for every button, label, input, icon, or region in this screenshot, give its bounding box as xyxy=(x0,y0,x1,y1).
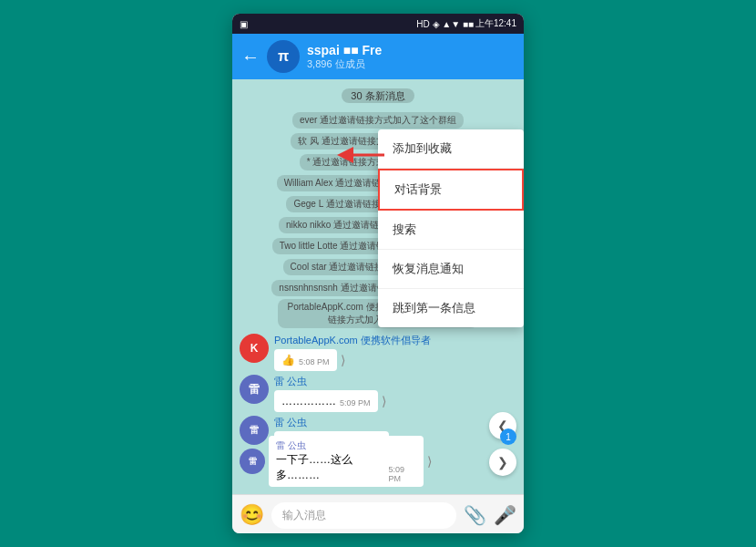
status-time: 上午12:41 xyxy=(475,17,516,30)
status-bar: ▣ HD ◈ ▲▼ ■■ 上午12:41 xyxy=(232,14,524,34)
last-forward-icon[interactable]: ⟩ xyxy=(427,454,432,469)
avatar-1: K xyxy=(240,334,269,363)
emoji-button[interactable]: 😊 xyxy=(240,503,264,527)
status-bar-left: ▣ xyxy=(240,19,248,29)
msg-bubble-2: …………… 5:09 PM xyxy=(274,390,378,412)
msg-sender-3: 雷 公虫 xyxy=(274,416,397,429)
msg-time-1: 5:08 PM xyxy=(299,357,330,366)
scroll-down-button[interactable]: ❯ xyxy=(489,449,516,476)
avatar-2: 雷 xyxy=(240,375,269,404)
msg-text-2: …………… xyxy=(281,395,336,408)
menu-restore-notify[interactable]: 恢复消息通知 xyxy=(378,250,524,289)
attach-button[interactable]: 📎 xyxy=(464,504,486,526)
group-name: sspai ■■ Fre xyxy=(307,43,453,57)
msg-sender-1: PortableAppK.com 便携软件倡导者 xyxy=(274,334,431,347)
system-message: ever 通过邀请链接方式加入了这个群组 xyxy=(240,110,516,129)
mic-button[interactable]: 🎤 xyxy=(494,504,516,526)
red-arrow xyxy=(334,141,389,172)
status-bar-right: HD ◈ ▲▼ ■■ 上午12:41 xyxy=(416,17,516,30)
new-messages-bar: 30 条新消息 xyxy=(240,87,516,103)
group-avatar: π xyxy=(267,40,300,73)
floating-avatar: 雷 xyxy=(240,449,265,474)
last-msg-bubble: 雷 公虫 一下子……这么多……… 5:09 PM xyxy=(269,436,424,487)
menu-add-favorites[interactable]: 添加到收藏 xyxy=(378,129,524,169)
status-signal: HD ◈ ▲▼ ■■ xyxy=(416,19,474,29)
member-count: 3,896 位成员 xyxy=(307,57,515,71)
unread-badge: 1 xyxy=(500,428,516,445)
header-info: sspai ■■ Fre 3,896 位成员 xyxy=(307,43,515,71)
msg-content-2: 雷 公虫 …………… 5:09 PM ⟩ xyxy=(274,375,386,412)
menu-chat-bg[interactable]: 对话背景 xyxy=(378,169,524,211)
msg-sender-2: 雷 公虫 xyxy=(274,375,386,388)
chat-input-bar: 😊 输入消息 📎 🎤 xyxy=(232,494,524,533)
chat-message-1: K PortableAppK.com 便携软件倡导者 👍 5:08 PM ⟩ xyxy=(240,334,516,371)
msg-text-1: 👍 xyxy=(281,354,295,366)
last-msg-sender: 雷 公虫 xyxy=(276,439,416,452)
chat-header: ← π sspai ■■ Fre 3,896 位成员 xyxy=(232,34,524,79)
forward-icon-1[interactable]: ⟩ xyxy=(341,353,345,367)
msg-time-2: 5:09 PM xyxy=(340,398,371,408)
chat-area: 30 条新消息 ever 通过邀请链接方式加入了这个群组 软 风 通过邀请链接方… xyxy=(232,79,524,494)
phone-frame: ▣ HD ◈ ▲▼ ■■ 上午12:41 ← π sspai ■■ Fre 3,… xyxy=(232,14,524,533)
context-menu: 添加到收藏 对话背景 搜索 恢复消息通知 跳到第一条信息 xyxy=(378,129,524,327)
back-button[interactable]: ← xyxy=(241,46,260,67)
last-msg-text: 一下子……这么多……… xyxy=(276,452,385,483)
msg-content-1: PortableAppK.com 便携软件倡导者 👍 5:08 PM ⟩ xyxy=(274,334,431,371)
chat-message-2: 雷 雷 公虫 …………… 5:09 PM ⟩ xyxy=(240,375,516,412)
forward-icon-2[interactable]: ⟩ xyxy=(382,394,386,408)
last-msg-time: 5:09 PM xyxy=(389,465,416,483)
sys-msg-1: ever 通过邀请链接方式加入了这个群组 xyxy=(292,112,464,129)
status-icon: ▣ xyxy=(240,19,248,29)
msg-bubble-1: 👍 5:08 PM xyxy=(274,349,337,371)
message-input[interactable]: 输入消息 xyxy=(271,502,456,529)
menu-search[interactable]: 搜索 xyxy=(378,211,524,250)
floating-avatar-area: 雷 雷 公虫 一下子……这么多……… 5:09 PM ⟩ xyxy=(240,436,432,487)
new-messages-label: 30 条新消息 xyxy=(342,88,414,103)
menu-jump-first[interactable]: 跳到第一条信息 xyxy=(378,289,524,327)
